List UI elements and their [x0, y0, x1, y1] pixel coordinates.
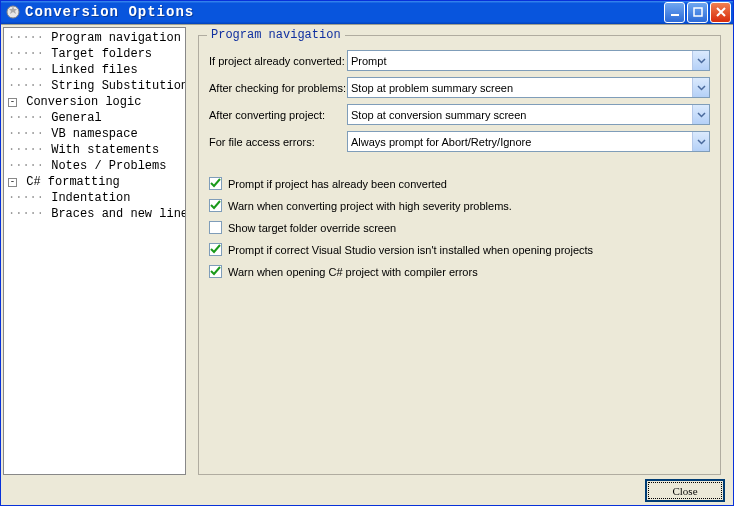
checkbox-label: Prompt if correct Visual Studio version …: [228, 244, 593, 256]
dropdown[interactable]: Stop at problem summary screen: [347, 77, 710, 98]
content-area: ····· Program navigation····· Target fol…: [1, 24, 733, 477]
dropdown-label: If project already converted:: [209, 55, 347, 67]
tree-item[interactable]: ····· Indentation: [4, 190, 185, 206]
checkbox-row: Prompt if correct Visual Studio version …: [209, 239, 710, 261]
minimize-button[interactable]: [664, 2, 685, 23]
tree-item-label: Linked files: [51, 63, 137, 77]
group-title: Program navigation: [207, 28, 345, 42]
close-button[interactable]: Close: [645, 479, 725, 502]
checkbox-row: Prompt if project has already been conve…: [209, 173, 710, 195]
window-controls: [664, 2, 731, 23]
app-window: Conversion Options ····· Program navigat…: [0, 0, 734, 506]
checkbox-row: Warn when converting project with high s…: [209, 195, 710, 217]
footer: Close: [1, 477, 733, 505]
tree-item-label: General: [51, 111, 101, 125]
tree-item[interactable]: ····· Program navigation: [4, 30, 185, 46]
dropdown[interactable]: Stop at conversion summary screen: [347, 104, 710, 125]
tree-item-label: Conversion logic: [26, 95, 141, 109]
tree-item-label: With statements: [51, 143, 159, 157]
close-window-button[interactable]: [710, 2, 731, 23]
dropdown-label: After checking for problems:: [209, 82, 347, 94]
checkbox[interactable]: [209, 199, 222, 212]
form-row: For file access errors:Always prompt for…: [209, 131, 710, 153]
tree-item[interactable]: - Conversion logic: [4, 94, 185, 110]
tree-item[interactable]: - C# formatting: [4, 174, 185, 190]
tree-item[interactable]: ····· With statements: [4, 142, 185, 158]
dropdown-value: Always prompt for Abort/Retry/Ignore: [351, 136, 706, 148]
dropdown-value: Stop at conversion summary screen: [351, 109, 706, 121]
checkbox-label: Prompt if project has already been conve…: [228, 178, 447, 190]
dropdown-label: For file access errors:: [209, 136, 347, 148]
dropdown[interactable]: Always prompt for Abort/Retry/Ignore: [347, 131, 710, 152]
form-row: After checking for problems:Stop at prob…: [209, 77, 710, 99]
titlebar: Conversion Options: [1, 1, 733, 24]
tree-item[interactable]: ····· Braces and new lines: [4, 206, 185, 222]
svg-rect-1: [671, 14, 679, 16]
checkbox[interactable]: [209, 177, 222, 190]
checkbox-label: Show target folder override screen: [228, 222, 396, 234]
tree-item[interactable]: ····· VB namespace: [4, 126, 185, 142]
app-icon: [5, 4, 21, 20]
tree-item-label: VB namespace: [51, 127, 137, 141]
tree-item[interactable]: ····· Target folders: [4, 46, 185, 62]
checkbox[interactable]: [209, 243, 222, 256]
options-groupbox: Program navigation If project already co…: [198, 35, 721, 475]
chevron-down-icon[interactable]: [692, 51, 709, 70]
checkbox-label: Warn when opening C# project with compil…: [228, 266, 478, 278]
dropdown-label: After converting project:: [209, 109, 347, 121]
checkbox-row: Show target folder override screen: [209, 217, 710, 239]
tree-expand-icon[interactable]: -: [8, 178, 17, 187]
form-row: After converting project:Stop at convers…: [209, 104, 710, 126]
maximize-button[interactable]: [687, 2, 708, 23]
window-title: Conversion Options: [25, 4, 664, 20]
dropdown[interactable]: Prompt: [347, 50, 710, 71]
nav-tree[interactable]: ····· Program navigation····· Target fol…: [3, 27, 186, 475]
tree-item-label: String Substitution: [51, 79, 186, 93]
tree-item[interactable]: ····· Notes / Problems: [4, 158, 185, 174]
checkbox-label: Warn when converting project with high s…: [228, 200, 512, 212]
dropdown-value: Prompt: [351, 55, 706, 67]
chevron-down-icon[interactable]: [692, 78, 709, 97]
tree-item[interactable]: ····· General: [4, 110, 185, 126]
svg-rect-2: [694, 8, 702, 16]
chevron-down-icon[interactable]: [692, 132, 709, 151]
tree-item-label: Notes / Problems: [51, 159, 166, 173]
tree-expand-icon[interactable]: -: [8, 98, 17, 107]
tree-item-label: Program navigation: [51, 31, 181, 45]
tree-item-label: Indentation: [51, 191, 130, 205]
dropdown-value: Stop at problem summary screen: [351, 82, 706, 94]
main-panel: Program navigation If project already co…: [188, 27, 731, 475]
tree-item-label: Target folders: [51, 47, 152, 61]
tree-item-label: C# formatting: [26, 175, 120, 189]
checkbox[interactable]: [209, 221, 222, 234]
checkbox[interactable]: [209, 265, 222, 278]
tree-item[interactable]: ····· String Substitution: [4, 78, 185, 94]
chevron-down-icon[interactable]: [692, 105, 709, 124]
tree-item-label: Braces and new lines: [51, 207, 186, 221]
checkbox-row: Warn when opening C# project with compil…: [209, 261, 710, 283]
tree-item[interactable]: ····· Linked files: [4, 62, 185, 78]
form-row: If project already converted:Prompt: [209, 50, 710, 72]
